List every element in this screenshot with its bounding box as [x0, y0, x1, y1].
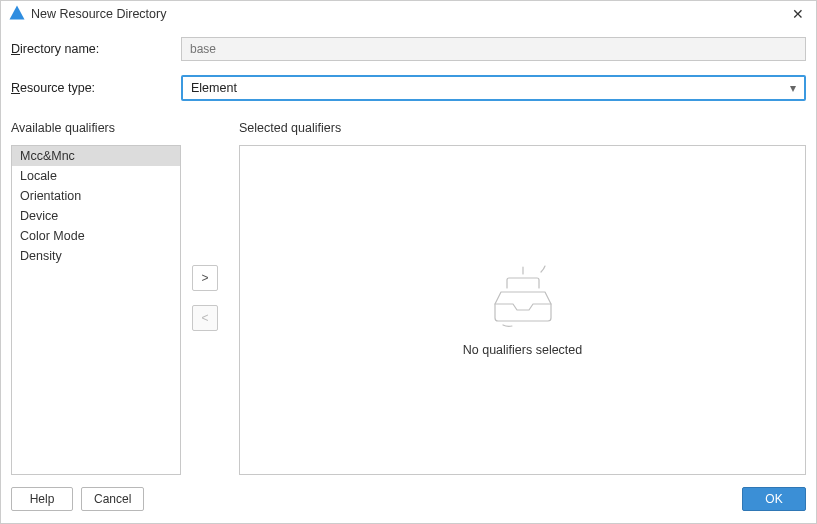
resource-type-label: Resource type: [11, 81, 181, 95]
resource-type-row: Resource type: Element ▾ [11, 75, 806, 101]
available-item[interactable]: Orientation [12, 186, 180, 206]
directory-name-label: Directory name: [11, 42, 181, 56]
cancel-button[interactable]: Cancel [81, 487, 144, 511]
app-logo-icon [9, 5, 25, 24]
chevron-down-icon: ▾ [790, 81, 796, 95]
arrow-controls: > < [181, 121, 229, 475]
dialog-window: New Resource Directory ✕ Directory name:… [0, 0, 817, 524]
selected-label: Selected qualifiers [239, 121, 806, 135]
titlebar: New Resource Directory ✕ [1, 1, 816, 27]
available-item[interactable]: Color Mode [12, 226, 180, 246]
selected-list: No qualifiers selected [239, 145, 806, 475]
move-left-button: < [192, 305, 218, 331]
available-item[interactable]: Mcc&Mnc [12, 146, 180, 166]
resource-type-value: Element [191, 81, 790, 95]
empty-tray-icon [487, 264, 559, 333]
help-button[interactable]: Help [11, 487, 73, 511]
directory-name-input[interactable] [181, 37, 806, 61]
available-label: Available qualifiers [11, 121, 181, 135]
available-item[interactable]: Device [12, 206, 180, 226]
available-list[interactable]: Mcc&MncLocaleOrientationDeviceColor Mode… [11, 145, 181, 475]
move-right-button[interactable]: > [192, 265, 218, 291]
selected-column: Selected qualifiers No qualif [239, 121, 806, 475]
resource-type-select[interactable]: Element ▾ [181, 75, 806, 101]
directory-name-row: Directory name: [11, 37, 806, 61]
ok-button[interactable]: OK [742, 487, 806, 511]
qualifiers-body: Available qualifiers Mcc&MncLocaleOrient… [1, 121, 816, 483]
available-column: Available qualifiers Mcc&MncLocaleOrient… [11, 121, 181, 475]
dialog-title: New Resource Directory [31, 7, 788, 21]
available-item[interactable]: Locale [12, 166, 180, 186]
form-area: Directory name: Resource type: Element ▾ [1, 27, 816, 121]
available-item[interactable]: Density [12, 246, 180, 266]
empty-text: No qualifiers selected [463, 343, 583, 357]
close-icon[interactable]: ✕ [788, 6, 808, 22]
footer: Help Cancel OK [1, 483, 816, 523]
